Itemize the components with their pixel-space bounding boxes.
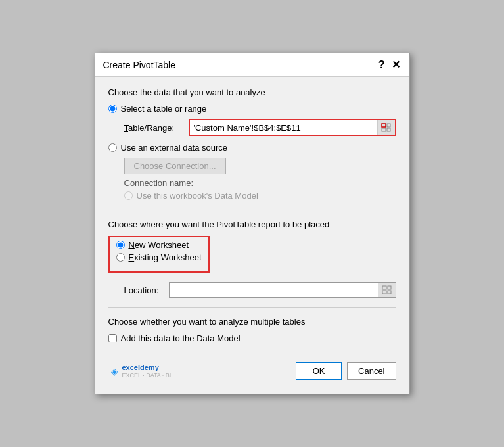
dialog-title: Create PivotTable: [103, 60, 176, 70]
create-pivot-table-dialog: Create PivotTable ? ✕ Choose the data th…: [95, 53, 410, 394]
svg-rect-4: [382, 286, 386, 289]
data-model-radio-row: Use this workbook's Data Model: [124, 191, 396, 200]
location-input-wrap: [169, 282, 396, 298]
new-worksheet-label-text: New Worksheet: [129, 240, 189, 250]
close-button[interactable]: ✕: [390, 59, 401, 71]
watermark-icon: ◈: [111, 366, 118, 377]
table-range-picker-button[interactable]: [377, 120, 395, 135]
new-worksheet-radio[interactable]: [116, 241, 125, 249]
connection-name-label: Connection name:: [124, 178, 396, 188]
section-divider-2: [108, 307, 396, 308]
watermark-site: exceldemy: [122, 364, 159, 371]
new-worksheet-label[interactable]: New Worksheet: [129, 240, 189, 250]
location-input[interactable]: [170, 283, 378, 297]
svg-rect-2: [382, 128, 386, 131]
cancel-button[interactable]: Cancel: [347, 362, 396, 380]
table-range-input-wrap: [189, 119, 396, 136]
multiple-tables-title: Choose whether you want to analyze multi…: [108, 317, 396, 327]
existing-worksheet-label[interactable]: Existing Worksheet: [129, 252, 202, 262]
ok-button[interactable]: OK: [296, 362, 342, 380]
select-table-radio[interactable]: [108, 105, 117, 113]
data-model-radio[interactable]: [124, 191, 133, 200]
svg-rect-6: [382, 291, 386, 294]
svg-rect-7: [388, 291, 391, 294]
location-picker-icon: [381, 284, 393, 296]
add-data-model-label-text: Add this data to the Data Model: [121, 333, 241, 343]
location-label-text: Location:: [124, 285, 159, 295]
choose-connection-button[interactable]: Choose Connection...: [124, 158, 226, 174]
svg-rect-3: [387, 128, 390, 131]
external-source-radio-row: Use an external data source: [108, 143, 396, 153]
external-source-radio[interactable]: [108, 143, 117, 152]
svg-rect-0: [382, 124, 386, 127]
external-source-label[interactable]: Use an external data source: [121, 143, 228, 153]
location-row: Location:: [124, 282, 396, 298]
add-data-model-checkbox[interactable]: [108, 334, 117, 342]
section-divider-1: [108, 210, 396, 210]
add-data-model-checkbox-row: Add this data to the Data Model: [108, 333, 396, 343]
select-table-radio-row: Select a table or range: [108, 104, 396, 114]
existing-worksheet-radio[interactable]: [116, 253, 125, 262]
dialog-body: Choose the data that you want to analyze…: [95, 77, 409, 354]
watermark-text: exceldemy EXCEL · DATA · BI: [122, 364, 172, 379]
new-worksheet-radio-row: New Worksheet: [116, 240, 202, 250]
title-bar-controls: ? ✕: [378, 59, 401, 71]
existing-worksheet-label-text: Existing Worksheet: [129, 252, 202, 262]
data-source-title: Choose the data that you want to analyze: [108, 87, 396, 97]
svg-rect-5: [388, 286, 391, 289]
button-row: ◈ exceldemy EXCEL · DATA · BI OK Cancel: [95, 354, 409, 388]
svg-rect-1: [387, 124, 390, 127]
worksheet-selection-box: New Worksheet Existing Worksheet: [108, 236, 210, 273]
table-range-label-text: Table/Range:: [124, 123, 175, 133]
location-picker-button[interactable]: [378, 283, 396, 297]
existing-worksheet-radio-row: Existing Worksheet: [116, 252, 202, 262]
table-range-label: Table/Range:: [124, 123, 183, 133]
table-range-picker-icon: [380, 122, 392, 133]
title-bar: Create PivotTable ? ✕: [95, 53, 409, 77]
select-table-label[interactable]: Select a table or range: [121, 104, 207, 114]
add-data-model-checkbox-label[interactable]: Add this data to the Data Model: [121, 333, 241, 343]
table-range-row: Table/Range:: [124, 119, 396, 136]
placement-title: Choose where you want the PivotTable rep…: [108, 220, 396, 229]
watermark-tagline: EXCEL · DATA · BI: [122, 372, 172, 379]
table-range-input[interactable]: [190, 121, 377, 135]
help-button[interactable]: ?: [378, 59, 385, 71]
data-model-label: Use this workbook's Data Model: [137, 191, 258, 200]
location-label: Location:: [124, 285, 164, 295]
watermark-area: ◈ exceldemy EXCEL · DATA · BI: [108, 362, 172, 380]
